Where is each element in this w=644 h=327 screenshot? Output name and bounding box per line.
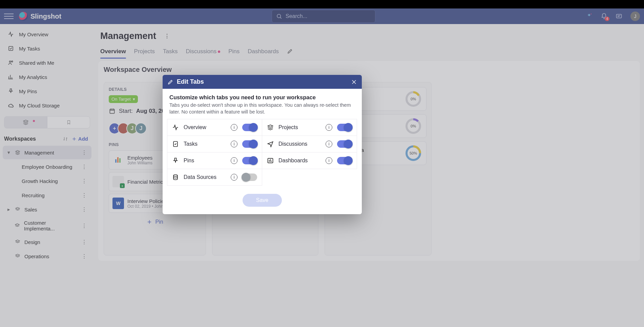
- option-icon: [267, 124, 274, 131]
- option-icon: [172, 157, 179, 164]
- modal-subtext: Tabs you de-select won't show up in this…: [169, 102, 355, 115]
- option-icon: [172, 124, 179, 131]
- toggle-switch[interactable]: [337, 124, 352, 131]
- option-label: Overview: [184, 124, 226, 130]
- info-icon[interactable]: i: [231, 174, 237, 181]
- close-icon[interactable]: [351, 79, 357, 85]
- modal-lead: Customize which tabs you need to run you…: [169, 94, 355, 101]
- save-button[interactable]: Save: [243, 194, 282, 207]
- option-label: Pins: [184, 158, 226, 164]
- option-icon: [172, 141, 179, 147]
- option-label: Tasks: [184, 141, 226, 147]
- option-icon: [267, 157, 274, 164]
- tab-option-discussions: Discussionsi: [262, 136, 357, 152]
- edit-tabs-modal: Edit Tabs Customize which tabs you need …: [163, 75, 362, 214]
- info-icon[interactable]: i: [326, 157, 332, 164]
- option-label: Dashboards: [278, 158, 321, 164]
- toggle-switch[interactable]: [242, 124, 257, 131]
- svg-marker-38: [268, 125, 273, 127]
- option-icon: [172, 174, 179, 181]
- tab-option-overview: Overviewi: [167, 119, 262, 136]
- toggle-switch[interactable]: [242, 157, 257, 164]
- tab-option-tasks: Tasksi: [167, 136, 262, 152]
- info-icon[interactable]: i: [231, 157, 237, 164]
- toggle-switch[interactable]: [337, 157, 352, 164]
- tab-option-data-sources: Data Sourcesi: [167, 169, 262, 186]
- tab-option-projects: Projectsi: [262, 119, 357, 136]
- option-icon: [267, 141, 274, 147]
- info-icon[interactable]: i: [231, 141, 237, 147]
- option-label: Data Sources: [184, 174, 226, 180]
- tab-option-dashboards: Dashboardsi: [262, 152, 357, 169]
- pencil-icon: [167, 79, 173, 85]
- modal-title: Edit Tabs: [177, 78, 204, 85]
- info-icon[interactable]: i: [231, 124, 237, 131]
- svg-point-44: [173, 175, 178, 177]
- toggle-switch[interactable]: [242, 140, 257, 148]
- option-label: Projects: [278, 124, 321, 130]
- info-icon[interactable]: i: [326, 124, 332, 131]
- option-label: Discussions: [278, 141, 321, 147]
- tab-option-pins: Pinsi: [167, 152, 262, 169]
- toggle-switch[interactable]: [337, 140, 352, 148]
- info-icon[interactable]: i: [326, 141, 332, 147]
- toggle-switch[interactable]: [242, 173, 257, 181]
